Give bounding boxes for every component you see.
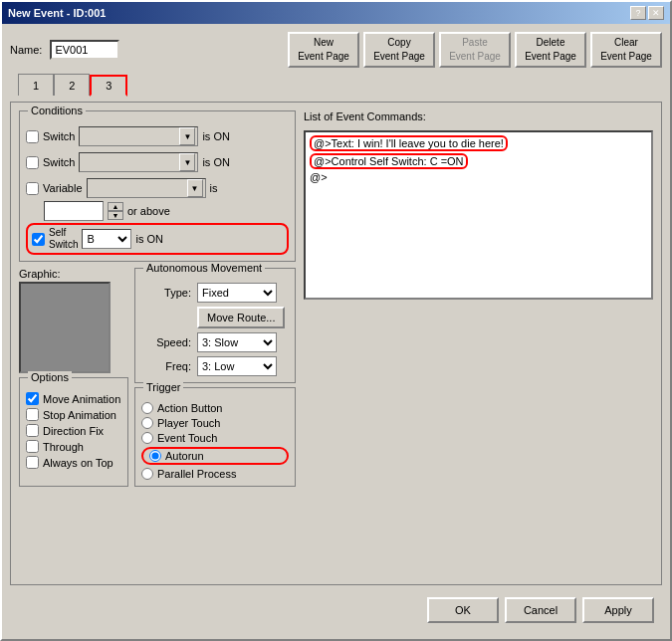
direction-fix-row: Direction Fix (26, 424, 121, 437)
stop-animation-row: Stop Animation (26, 408, 121, 421)
always-on-top-row: Always on Top (26, 456, 121, 469)
am-inner: Type: Fixed Random Approach Custom (141, 283, 289, 376)
copy-event-page-button[interactable]: CopyEvent Page (363, 32, 435, 68)
direction-fix-label: Direction Fix (43, 425, 104, 437)
switch1-arrow[interactable]: ▼ (179, 127, 195, 145)
event-line-3-text: @> (310, 171, 328, 183)
am-freq-select[interactable]: 1: Lowest 2: Lower 3: Low 4: High 5: Hig… (197, 356, 277, 376)
spin-up[interactable]: ▲ (108, 202, 123, 211)
cancel-button[interactable]: Cancel (505, 597, 576, 623)
switch1-checkbox[interactable] (26, 130, 39, 143)
always-on-top-checkbox[interactable] (26, 456, 39, 469)
variable-is: is (210, 182, 218, 194)
autonomous-movement-label: Autonomous Movement (143, 262, 265, 274)
event-line-1-text: @>Text: I win! I'll leave you to die her… (310, 135, 508, 151)
close-button[interactable]: ✕ (648, 6, 664, 20)
tab-1[interactable]: 1 (18, 74, 54, 96)
am-type-label: Type: (141, 287, 191, 299)
am-type-select[interactable]: Fixed Random Approach Custom (197, 283, 277, 303)
trigger-parallel-radio[interactable] (141, 468, 153, 480)
main-content: Conditions Switch ▼ is ON (10, 102, 662, 585)
trigger-player-label: Player Touch (157, 417, 220, 429)
trigger-event-row: Event Touch (141, 432, 289, 444)
switch2-is-on: is ON (202, 156, 230, 168)
clear-event-page-button[interactable]: ClearEvent Page (590, 32, 662, 68)
new-event-page-button[interactable]: NewEvent Page (288, 32, 359, 68)
trigger-group: Trigger Action Button Player Touch (134, 387, 296, 487)
am-speed-label: Speed: (141, 336, 191, 348)
apply-button[interactable]: Apply (582, 597, 654, 623)
trigger-autorun-row: Autorun (141, 447, 289, 465)
switch2-row: Switch ▼ is ON (26, 151, 289, 173)
switch2-arrow[interactable]: ▼ (179, 153, 195, 171)
delete-event-page-button[interactable]: DeleteEvent Page (515, 32, 586, 68)
variable-label: Variable (43, 182, 83, 194)
tab-3[interactable]: 3 (90, 75, 127, 97)
options-label: Options (28, 371, 72, 383)
trigger-event-radio[interactable] (141, 432, 153, 444)
window-title: New Event - ID:001 (8, 7, 106, 19)
self-switch-select[interactable]: A B C D (82, 229, 131, 249)
self-switch-checkbox[interactable] (32, 233, 45, 246)
graphic-box[interactable] (19, 282, 111, 373)
move-route-row: Move Route... (141, 307, 289, 328)
trigger-action-row: Action Button (141, 402, 289, 414)
through-checkbox[interactable] (26, 440, 39, 453)
options-group: Options Move Animation Stop Animation (19, 377, 128, 487)
tab-2[interactable]: 2 (54, 74, 90, 96)
event-commands-list[interactable]: @>Text: I win! I'll leave you to die her… (304, 130, 653, 300)
am-speed-select[interactable]: 1: x8 Slower 2: x4 Slower 3: Slow 4: Fas… (197, 332, 277, 352)
ok-button[interactable]: OK (427, 597, 499, 623)
switch2-dropdown[interactable]: ▼ (79, 152, 198, 172)
graphic-section: Graphic: (19, 268, 128, 373)
name-label: Name: (10, 44, 42, 56)
trigger-autorun-label: Autorun (165, 450, 204, 462)
self-switch-is-on: is ON (135, 233, 163, 245)
event-line-1[interactable]: @>Text: I win! I'll leave you to die her… (308, 134, 649, 152)
variable-arrow[interactable]: ▼ (187, 179, 203, 197)
graphic-label: Graphic: (19, 268, 128, 280)
title-bar: New Event - ID:001 ? ✕ (2, 2, 670, 24)
main-window: New Event - ID:001 ? ✕ Name: NewEvent Pa… (0, 0, 672, 641)
tab-row: 1 2 3 (10, 74, 662, 96)
stop-animation-checkbox[interactable] (26, 408, 39, 421)
switch2-label: Switch (43, 156, 75, 168)
conditions-label: Conditions (28, 105, 86, 116)
trigger-parallel-label: Parallel Process (157, 468, 236, 480)
trigger-parallel-row: Parallel Process (141, 468, 289, 480)
event-line-2[interactable]: @>Control Self Switch: C =ON (308, 152, 649, 170)
am-freq-label: Freq: (141, 360, 191, 372)
help-button[interactable]: ? (630, 6, 646, 20)
move-animation-checkbox[interactable] (26, 392, 39, 405)
trigger-autorun-radio[interactable] (149, 450, 161, 462)
event-line-3[interactable]: @> (308, 170, 649, 184)
event-commands-label: List of Event Commands: (304, 110, 653, 122)
variable-value-input[interactable] (44, 201, 104, 221)
self-switch-label: SelfSwitch (49, 227, 78, 251)
trigger-inner: Action Button Player Touch Event Touch (141, 402, 289, 480)
direction-fix-checkbox[interactable] (26, 424, 39, 437)
variable-dropdown[interactable]: ▼ (87, 178, 206, 198)
or-above-row: ▲ ▼ or above (26, 201, 289, 221)
paste-event-page-button[interactable]: PasteEvent Page (439, 32, 511, 68)
trigger-label: Trigger (143, 381, 183, 393)
trigger-player-radio[interactable] (141, 417, 153, 429)
spin-down[interactable]: ▼ (108, 211, 123, 220)
right-panel: List of Event Commands: @>Text: I win! I… (304, 110, 653, 576)
trigger-action-radio[interactable] (141, 402, 153, 414)
variable-checkbox[interactable] (26, 182, 39, 195)
am-speed-row: Speed: 1: x8 Slower 2: x4 Slower 3: Slow… (141, 332, 289, 352)
bottom-left-section: Graphic: Options Move Animation (19, 268, 296, 487)
am-freq-row: Freq: 1: Lowest 2: Lower 3: Low 4: High … (141, 356, 289, 376)
self-switch-row: SelfSwitch A B C D is ON (26, 223, 289, 255)
left-panel: Conditions Switch ▼ is ON (19, 110, 296, 576)
window-body: Name: NewEvent Page CopyEvent Page Paste… (2, 24, 670, 639)
name-input[interactable] (50, 40, 119, 60)
switch2-checkbox[interactable] (26, 156, 39, 169)
move-animation-label: Move Animation (43, 393, 120, 405)
through-row: Through (26, 440, 121, 453)
through-label: Through (43, 441, 84, 453)
or-above-label: or above (127, 205, 170, 217)
move-route-button[interactable]: Move Route... (197, 307, 285, 328)
switch1-dropdown[interactable]: ▼ (79, 126, 198, 146)
